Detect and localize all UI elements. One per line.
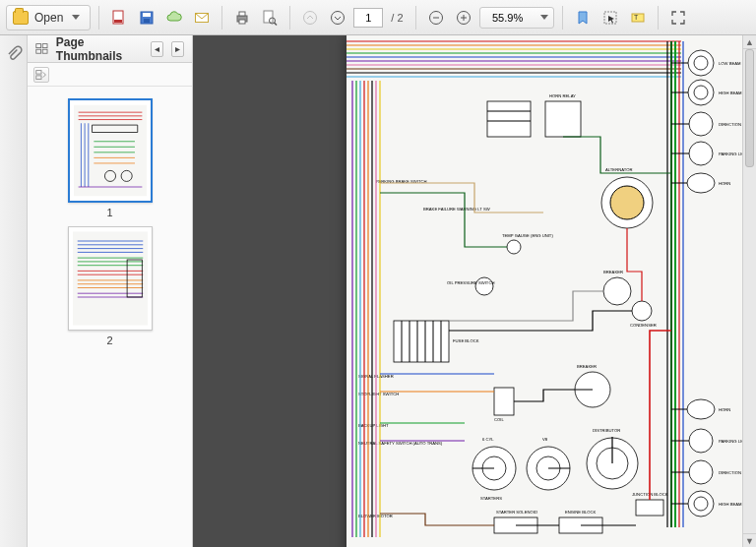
separator xyxy=(98,6,99,30)
save-icon[interactable] xyxy=(135,6,158,30)
thumbnail-label: 1 xyxy=(68,207,153,218)
svg-text:ALTERNATOR: ALTERNATOR xyxy=(605,167,632,172)
select-tool-icon[interactable] xyxy=(598,6,622,30)
svg-text:HORN RELAY: HORN RELAY xyxy=(549,93,576,98)
svg-point-13 xyxy=(332,11,345,24)
svg-rect-26 xyxy=(36,70,41,74)
separator xyxy=(658,6,659,30)
panel-prev-icon[interactable]: ◂ xyxy=(151,41,163,57)
svg-text:BACKUP LIGHT: BACKUP LIGHT xyxy=(358,423,389,428)
page-total: / 2 xyxy=(391,12,403,24)
email-icon[interactable] xyxy=(190,6,214,30)
svg-rect-3 xyxy=(143,13,151,17)
thumbnail-2[interactable]: 2 xyxy=(68,226,153,346)
svg-text:HORN: HORN xyxy=(719,181,730,186)
svg-point-56 xyxy=(610,186,644,219)
svg-rect-25 xyxy=(42,49,47,53)
zoom-input[interactable] xyxy=(480,8,536,28)
vertical-scrollbar[interactable]: ▲ ▼ xyxy=(742,35,756,547)
svg-text:HIGH BEAM: HIGH BEAM xyxy=(719,91,742,95)
svg-text:CONDENSER: CONDENSER xyxy=(630,323,657,328)
document-viewer[interactable]: LOW BEAM HIGH BEAM DIRECTION SIGNAL PARK… xyxy=(193,35,756,547)
separator xyxy=(415,6,416,30)
bookmark-icon[interactable] xyxy=(571,6,595,30)
scrollbar-thumb[interactable] xyxy=(745,49,754,167)
svg-text:TEMP GAUGE (ENG UNIT): TEMP GAUGE (ENG UNIT) xyxy=(502,233,553,238)
zoom-dropdown[interactable] xyxy=(479,7,554,29)
svg-text:OIL PRESSURE SWITCH: OIL PRESSURE SWITCH xyxy=(447,280,494,285)
attachments-icon[interactable] xyxy=(5,45,23,63)
svg-rect-23 xyxy=(36,49,41,53)
svg-point-69 xyxy=(507,240,521,254)
page-1: LOW BEAM HIGH BEAM DIRECTION SIGNAL PARK… xyxy=(346,35,756,547)
open-label: Open xyxy=(34,11,63,25)
print-icon[interactable] xyxy=(230,6,254,30)
zoom-in-icon[interactable] xyxy=(452,6,475,30)
chevron-down-icon xyxy=(72,15,80,20)
svg-point-53 xyxy=(694,497,708,511)
svg-text:LOW BEAM: LOW BEAM xyxy=(719,61,741,66)
svg-text:ENGINE BLOCK: ENGINE BLOCK xyxy=(565,510,597,515)
svg-text:V8: V8 xyxy=(542,437,548,442)
panel-header: Page Thumbnails ◂ ▸ xyxy=(28,35,192,63)
separator xyxy=(221,6,222,30)
thumbnail-label: 2 xyxy=(68,334,153,346)
svg-rect-24 xyxy=(42,44,47,48)
thumbnail-1[interactable]: 1 xyxy=(68,98,153,218)
svg-rect-4 xyxy=(144,19,150,23)
panel-next-icon[interactable]: ▸ xyxy=(171,41,184,57)
svg-text:HIGH BEAM: HIGH BEAM xyxy=(719,502,742,507)
toolbar: Open / 2 T xyxy=(0,0,756,35)
chevron-down-icon xyxy=(540,15,548,20)
cloud-upload-icon[interactable] xyxy=(162,6,186,30)
svg-text:6 CYL: 6 CYL xyxy=(482,437,494,442)
svg-text:HORN: HORN xyxy=(719,407,730,412)
svg-text:BRAKE FAILURE WARNING LT SW: BRAKE FAILURE WARNING LT SW xyxy=(423,207,490,212)
svg-rect-104 xyxy=(636,500,663,516)
svg-point-63 xyxy=(603,277,631,305)
svg-point-46 xyxy=(687,399,715,419)
separator xyxy=(289,6,290,30)
thumbs-toolbar xyxy=(28,63,192,87)
page-down-icon[interactable] xyxy=(326,6,349,30)
svg-rect-98 xyxy=(494,388,514,415)
folder-icon xyxy=(13,11,29,25)
highlight-icon[interactable]: T xyxy=(626,6,650,30)
svg-text:BREAKER: BREAKER xyxy=(603,270,623,274)
svg-rect-8 xyxy=(239,20,245,24)
scroll-up-icon[interactable]: ▲ xyxy=(743,35,756,49)
page-number-input[interactable] xyxy=(353,8,383,28)
svg-line-11 xyxy=(275,23,278,26)
svg-rect-7 xyxy=(239,12,245,16)
svg-text:BREAKER: BREAKER xyxy=(577,364,597,369)
svg-point-50 xyxy=(689,460,713,484)
create-pdf-icon[interactable] xyxy=(107,6,131,30)
zoom-out-icon[interactable] xyxy=(424,6,448,30)
svg-rect-31 xyxy=(73,232,148,326)
svg-text:DISTRIBUTOR: DISTRIBUTOR xyxy=(593,428,620,433)
panel-title: Page Thumbnails xyxy=(56,35,135,63)
scroll-down-icon[interactable]: ▼ xyxy=(743,533,756,547)
svg-point-65 xyxy=(632,301,652,321)
svg-rect-22 xyxy=(36,44,41,48)
thumbnails-panel: Page Thumbnails ◂ ▸ xyxy=(28,35,193,547)
svg-rect-60 xyxy=(487,101,531,137)
open-button[interactable]: Open xyxy=(6,5,91,30)
svg-point-35 xyxy=(694,56,708,70)
svg-point-42 xyxy=(689,142,713,165)
svg-rect-1 xyxy=(114,20,122,23)
fullscreen-icon[interactable] xyxy=(666,6,690,30)
thumbs-options-icon[interactable] xyxy=(33,67,49,83)
svg-text:FUSE BLOCK: FUSE BLOCK xyxy=(453,338,479,343)
separator xyxy=(562,6,563,30)
svg-point-12 xyxy=(304,11,317,24)
thumbs-list: 1 2 xyxy=(28,87,192,547)
svg-rect-27 xyxy=(36,75,41,79)
left-rail xyxy=(0,35,28,547)
svg-text:STARTERS: STARTERS xyxy=(480,496,502,501)
thumbnails-icon xyxy=(35,41,48,57)
page-up-icon[interactable] xyxy=(298,6,322,30)
search-text-icon[interactable] xyxy=(258,6,282,30)
svg-text:T: T xyxy=(634,14,639,21)
svg-point-44 xyxy=(687,173,715,193)
